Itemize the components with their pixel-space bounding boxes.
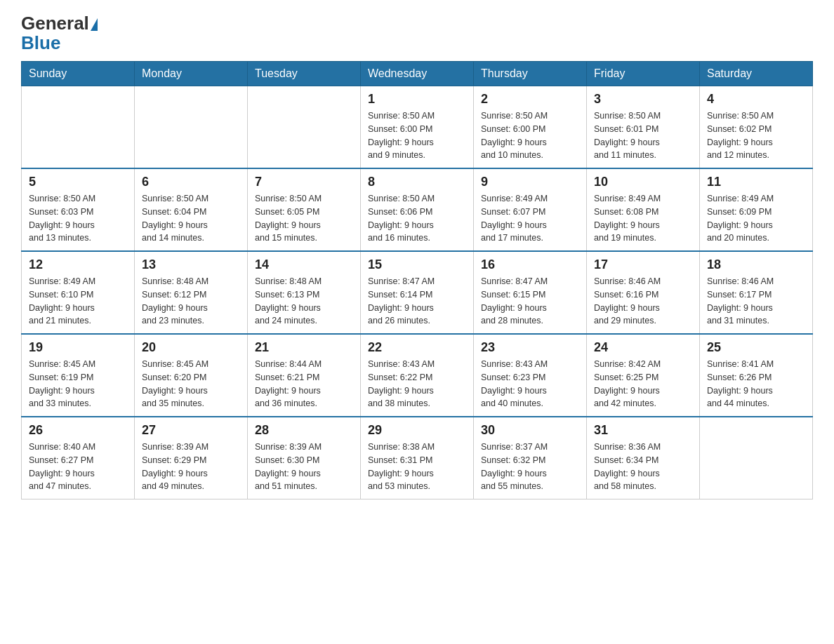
- calendar-day-cell: [135, 86, 248, 169]
- day-number: 25: [707, 340, 805, 355]
- day-number: 13: [142, 257, 240, 272]
- calendar-day-cell: 30Sunrise: 8:37 AMSunset: 6:32 PMDayligh…: [474, 417, 587, 499]
- calendar-day-cell: 20Sunrise: 8:45 AMSunset: 6:20 PMDayligh…: [135, 334, 248, 417]
- day-number: 8: [368, 175, 466, 189]
- day-number: 15: [368, 257, 466, 272]
- logo-blue-text: Blue: [21, 32, 60, 54]
- day-info: Sunrise: 8:50 AMSunset: 6:02 PMDaylight:…: [707, 109, 805, 162]
- calendar-day-cell: 15Sunrise: 8:47 AMSunset: 6:14 PMDayligh…: [361, 251, 474, 334]
- day-of-week-header: Friday: [587, 62, 700, 86]
- day-info: Sunrise: 8:48 AMSunset: 6:12 PMDaylight:…: [142, 275, 240, 328]
- day-number: 24: [594, 340, 692, 355]
- day-info: Sunrise: 8:47 AMSunset: 6:14 PMDaylight:…: [368, 275, 466, 328]
- calendar-day-cell: 5Sunrise: 8:50 AMSunset: 6:03 PMDaylight…: [22, 168, 135, 251]
- day-number: 22: [368, 340, 466, 355]
- day-info: Sunrise: 8:37 AMSunset: 6:32 PMDaylight:…: [481, 441, 579, 493]
- calendar-day-cell: 27Sunrise: 8:39 AMSunset: 6:29 PMDayligh…: [135, 417, 248, 499]
- day-number: 29: [368, 423, 466, 438]
- logo-general-text: General: [21, 14, 89, 32]
- day-number: 23: [481, 340, 579, 355]
- day-number: 30: [481, 423, 579, 438]
- calendar-day-cell: [700, 417, 813, 499]
- day-info: Sunrise: 8:50 AMSunset: 6:06 PMDaylight:…: [368, 192, 466, 245]
- day-info: Sunrise: 8:41 AMSunset: 6:26 PMDaylight:…: [707, 358, 805, 410]
- calendar-day-cell: 24Sunrise: 8:42 AMSunset: 6:25 PMDayligh…: [587, 334, 700, 417]
- calendar-week-row: 19Sunrise: 8:45 AMSunset: 6:19 PMDayligh…: [22, 334, 813, 417]
- calendar-day-cell: 28Sunrise: 8:39 AMSunset: 6:30 PMDayligh…: [248, 417, 361, 499]
- day-number: 17: [594, 257, 692, 272]
- calendar-day-cell: 13Sunrise: 8:48 AMSunset: 6:12 PMDayligh…: [135, 251, 248, 334]
- calendar-week-row: 5Sunrise: 8:50 AMSunset: 6:03 PMDaylight…: [22, 168, 813, 251]
- calendar-day-cell: 21Sunrise: 8:44 AMSunset: 6:21 PMDayligh…: [248, 334, 361, 417]
- calendar-day-cell: 16Sunrise: 8:47 AMSunset: 6:15 PMDayligh…: [474, 251, 587, 334]
- day-number: 18: [707, 257, 805, 272]
- day-info: Sunrise: 8:42 AMSunset: 6:25 PMDaylight:…: [594, 358, 692, 410]
- day-of-week-header: Sunday: [22, 62, 135, 86]
- day-info: Sunrise: 8:50 AMSunset: 6:05 PMDaylight:…: [255, 192, 353, 245]
- day-number: 16: [481, 257, 579, 272]
- day-info: Sunrise: 8:49 AMSunset: 6:07 PMDaylight:…: [481, 192, 579, 245]
- calendar-day-cell: 11Sunrise: 8:49 AMSunset: 6:09 PMDayligh…: [700, 168, 813, 251]
- calendar-day-cell: 12Sunrise: 8:49 AMSunset: 6:10 PMDayligh…: [22, 251, 135, 334]
- calendar-day-cell: 7Sunrise: 8:50 AMSunset: 6:05 PMDaylight…: [248, 168, 361, 251]
- calendar-day-cell: 31Sunrise: 8:36 AMSunset: 6:34 PMDayligh…: [587, 417, 700, 499]
- day-info: Sunrise: 8:39 AMSunset: 6:29 PMDaylight:…: [142, 441, 240, 493]
- calendar-day-cell: [22, 86, 135, 169]
- day-info: Sunrise: 8:50 AMSunset: 6:00 PMDaylight:…: [368, 109, 466, 162]
- day-number: 10: [594, 175, 692, 189]
- day-info: Sunrise: 8:50 AMSunset: 6:01 PMDaylight:…: [594, 109, 692, 162]
- calendar-day-cell: [248, 86, 361, 169]
- day-info: Sunrise: 8:40 AMSunset: 6:27 PMDaylight:…: [29, 441, 127, 493]
- day-info: Sunrise: 8:48 AMSunset: 6:13 PMDaylight:…: [255, 275, 353, 328]
- day-info: Sunrise: 8:50 AMSunset: 6:00 PMDaylight:…: [481, 109, 579, 162]
- day-info: Sunrise: 8:46 AMSunset: 6:17 PMDaylight:…: [707, 275, 805, 328]
- day-number: 20: [142, 340, 240, 355]
- calendar-day-cell: 18Sunrise: 8:46 AMSunset: 6:17 PMDayligh…: [700, 251, 813, 334]
- day-info: Sunrise: 8:39 AMSunset: 6:30 PMDaylight:…: [255, 441, 353, 493]
- day-number: 9: [481, 175, 579, 189]
- calendar-day-cell: 3Sunrise: 8:50 AMSunset: 6:01 PMDaylight…: [587, 86, 700, 169]
- page-header: General Blue: [21, 14, 813, 54]
- calendar-day-cell: 1Sunrise: 8:50 AMSunset: 6:00 PMDaylight…: [361, 86, 474, 169]
- day-number: 12: [29, 257, 127, 272]
- day-info: Sunrise: 8:49 AMSunset: 6:10 PMDaylight:…: [29, 275, 127, 328]
- day-info: Sunrise: 8:44 AMSunset: 6:21 PMDaylight:…: [255, 358, 353, 410]
- day-number: 14: [255, 257, 353, 272]
- day-info: Sunrise: 8:49 AMSunset: 6:08 PMDaylight:…: [594, 192, 692, 245]
- calendar-header-row: SundayMondayTuesdayWednesdayThursdayFrid…: [22, 62, 813, 86]
- calendar-day-cell: 23Sunrise: 8:43 AMSunset: 6:23 PMDayligh…: [474, 334, 587, 417]
- day-number: 7: [255, 175, 353, 189]
- calendar-day-cell: 25Sunrise: 8:41 AMSunset: 6:26 PMDayligh…: [700, 334, 813, 417]
- logo-triangle-icon: [91, 18, 98, 31]
- day-number: 21: [255, 340, 353, 355]
- day-of-week-header: Wednesday: [361, 62, 474, 86]
- calendar-day-cell: 19Sunrise: 8:45 AMSunset: 6:19 PMDayligh…: [22, 334, 135, 417]
- day-of-week-header: Saturday: [700, 62, 813, 86]
- calendar-week-row: 26Sunrise: 8:40 AMSunset: 6:27 PMDayligh…: [22, 417, 813, 499]
- day-of-week-header: Thursday: [474, 62, 587, 86]
- day-number: 31: [594, 423, 692, 438]
- day-number: 4: [707, 92, 805, 107]
- day-info: Sunrise: 8:43 AMSunset: 6:22 PMDaylight:…: [368, 358, 466, 410]
- calendar-day-cell: 17Sunrise: 8:46 AMSunset: 6:16 PMDayligh…: [587, 251, 700, 334]
- day-number: 3: [594, 92, 692, 107]
- logo: General Blue: [21, 14, 99, 54]
- day-number: 28: [255, 423, 353, 438]
- calendar-day-cell: 14Sunrise: 8:48 AMSunset: 6:13 PMDayligh…: [248, 251, 361, 334]
- calendar-day-cell: 8Sunrise: 8:50 AMSunset: 6:06 PMDaylight…: [361, 168, 474, 251]
- day-of-week-header: Monday: [135, 62, 248, 86]
- day-info: Sunrise: 8:47 AMSunset: 6:15 PMDaylight:…: [481, 275, 579, 328]
- day-info: Sunrise: 8:38 AMSunset: 6:31 PMDaylight:…: [368, 441, 466, 493]
- calendar-day-cell: 2Sunrise: 8:50 AMSunset: 6:00 PMDaylight…: [474, 86, 587, 169]
- day-number: 11: [707, 175, 805, 189]
- day-info: Sunrise: 8:43 AMSunset: 6:23 PMDaylight:…: [481, 358, 579, 410]
- day-info: Sunrise: 8:49 AMSunset: 6:09 PMDaylight:…: [707, 192, 805, 245]
- day-info: Sunrise: 8:46 AMSunset: 6:16 PMDaylight:…: [594, 275, 692, 328]
- day-of-week-header: Tuesday: [248, 62, 361, 86]
- day-info: Sunrise: 8:36 AMSunset: 6:34 PMDaylight:…: [594, 441, 692, 493]
- day-info: Sunrise: 8:50 AMSunset: 6:03 PMDaylight:…: [29, 192, 127, 245]
- calendar-week-row: 1Sunrise: 8:50 AMSunset: 6:00 PMDaylight…: [22, 86, 813, 169]
- day-info: Sunrise: 8:50 AMSunset: 6:04 PMDaylight:…: [142, 192, 240, 245]
- day-number: 19: [29, 340, 127, 355]
- day-number: 2: [481, 92, 579, 107]
